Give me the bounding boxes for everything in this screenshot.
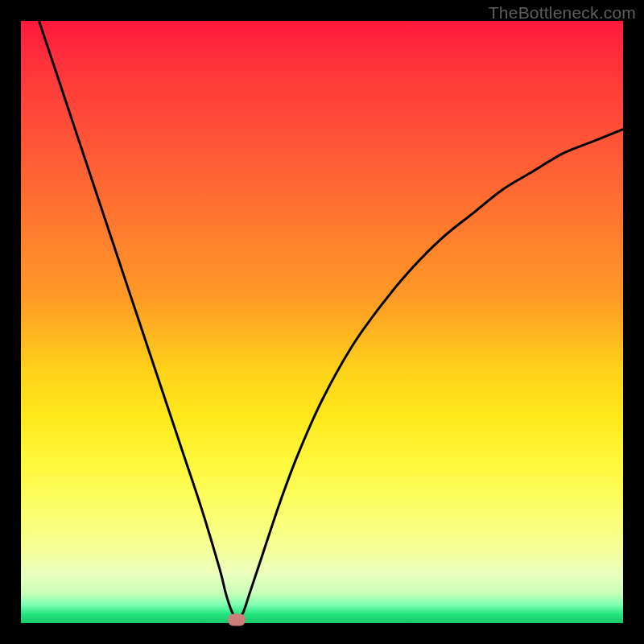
attribution-text: TheBottleneck.com (489, 3, 636, 23)
plot-area (21, 21, 623, 623)
curve-path (39, 21, 623, 620)
chart-frame: TheBottleneck.com (0, 0, 644, 644)
optimal-marker (228, 614, 246, 626)
bottleneck-curve (21, 21, 623, 623)
